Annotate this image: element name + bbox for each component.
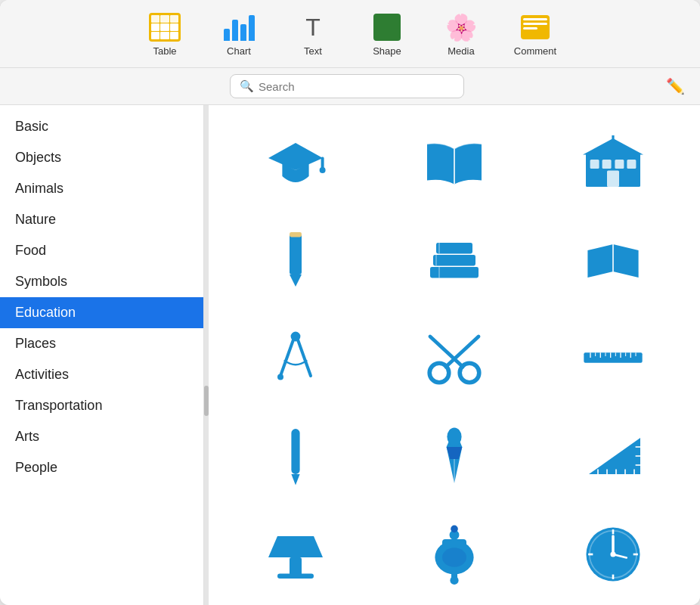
toolbar-text-button[interactable]: T Text (279, 6, 347, 61)
icon-compass[interactable] (224, 320, 367, 396)
sidebar-item-people[interactable]: People (0, 452, 203, 483)
shape-icon (369, 11, 405, 44)
sidebar-item-objects[interactable]: Objects (0, 142, 203, 173)
icons-grid (209, 105, 700, 605)
icon-pen[interactable] (224, 418, 367, 494)
icon-graduation-cap[interactable] (224, 123, 367, 199)
icon-pencil[interactable] (224, 222, 367, 297)
sidebar: Basic Objects Animals Nature Food Symbol… (0, 105, 204, 605)
svg-rect-9 (607, 170, 619, 187)
icon-stacked-books[interactable] (383, 222, 526, 297)
svg-rect-11 (290, 235, 302, 275)
svg-marker-41 (291, 474, 299, 485)
sidebar-item-transportation[interactable]: Transportation (0, 390, 203, 421)
media-icon: 🌸 (443, 11, 479, 44)
svg-rect-55 (277, 574, 314, 579)
toolbar-chart-label: Chart (227, 45, 251, 57)
comment-icon (517, 11, 553, 44)
table-icon (147, 11, 183, 44)
search-bar-row: 🔍 ✏️ (0, 68, 700, 105)
sidebar-item-symbols[interactable]: Symbols (0, 266, 203, 297)
toolbar-media-button[interactable]: 🌸 Media (427, 6, 495, 61)
search-container: 🔍 (230, 74, 464, 98)
pen-icon[interactable]: ✏️ (666, 77, 685, 95)
main-window: Table Chart T Text Shape (0, 0, 700, 605)
svg-point-62 (442, 548, 466, 567)
icon-open-book[interactable] (383, 123, 526, 199)
toolbar: Table Chart T Text Shape (0, 0, 700, 68)
svg-rect-14 (290, 232, 302, 237)
sidebar-item-activities[interactable]: Activities (0, 359, 203, 390)
toolbar-comment-button[interactable]: Comment (501, 6, 569, 61)
search-icon: 🔍 (240, 79, 254, 93)
toolbar-table-button[interactable]: Table (131, 6, 199, 61)
svg-rect-54 (290, 557, 302, 576)
icon-triangle-ruler[interactable] (541, 418, 685, 494)
text-icon: T (295, 11, 331, 44)
toolbar-text-label: Text (304, 45, 322, 57)
main-content: Basic Objects Animals Nature Food Symbol… (0, 105, 700, 605)
svg-marker-12 (290, 275, 302, 287)
toolbar-comment-label: Comment (514, 45, 556, 57)
icon-scissors[interactable] (383, 320, 526, 396)
toolbar-chart-button[interactable]: Chart (205, 6, 273, 61)
svg-rect-29 (584, 352, 642, 362)
svg-point-23 (291, 332, 301, 342)
chart-icon (221, 11, 257, 44)
svg-marker-0 (268, 143, 323, 170)
svg-rect-8 (615, 160, 624, 169)
svg-point-42 (447, 427, 461, 445)
sidebar-item-basic[interactable]: Basic (0, 111, 203, 142)
icon-clock[interactable] (541, 517, 685, 592)
toolbar-media-label: Media (448, 45, 474, 57)
sidebar-item-food[interactable]: Food (0, 235, 203, 266)
icon-book-open[interactable] (541, 222, 685, 297)
svg-point-2 (320, 167, 326, 173)
scroll-thumb[interactable] (204, 386, 209, 416)
sidebar-item-nature[interactable]: Nature (0, 204, 203, 235)
svg-rect-6 (602, 160, 612, 169)
svg-rect-10 (612, 135, 614, 143)
toolbar-shape-label: Shape (373, 45, 401, 57)
toolbar-shape-button[interactable]: Shape (353, 6, 421, 61)
sidebar-item-animals[interactable]: Animals (0, 173, 203, 204)
svg-point-60 (450, 576, 458, 585)
svg-rect-7 (627, 160, 636, 169)
icon-desk-lamp[interactable] (224, 517, 367, 592)
svg-point-24 (277, 374, 283, 380)
svg-rect-40 (291, 429, 299, 474)
toolbar-table-label: Table (153, 45, 176, 57)
sidebar-item-arts[interactable]: Arts (0, 421, 203, 452)
svg-point-61 (451, 526, 458, 533)
icon-school-bell[interactable] (383, 517, 526, 592)
svg-rect-17 (436, 243, 472, 253)
sidebar-item-education[interactable]: Education (0, 297, 203, 328)
search-input[interactable] (259, 80, 454, 93)
icon-ruler[interactable] (541, 320, 685, 396)
icon-school-building[interactable] (541, 123, 685, 199)
svg-marker-44 (589, 438, 640, 474)
svg-rect-5 (590, 160, 599, 169)
sidebar-item-places[interactable]: Places (0, 328, 203, 359)
svg-point-67 (610, 551, 615, 557)
icon-fountain-pen[interactable] (383, 418, 526, 494)
svg-rect-16 (433, 255, 475, 265)
svg-rect-15 (430, 267, 479, 278)
svg-marker-53 (268, 536, 323, 557)
